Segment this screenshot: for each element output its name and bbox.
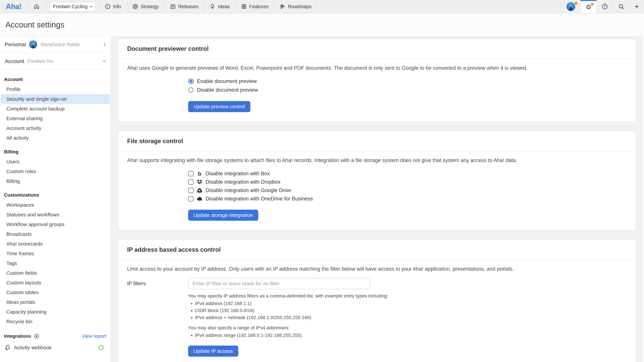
box-icon: b	[196, 171, 202, 177]
account-settings-row[interactable]: Account Fredwin Inc ›	[0, 53, 110, 70]
dropbox-icon	[196, 179, 202, 185]
sidebar-item-aha-scorecards[interactable]: Aha! scorecards	[1, 239, 110, 249]
card-description: Aha! uses Google to generate previews of…	[127, 64, 627, 71]
view-report-link[interactable]: View report	[82, 334, 106, 339]
sidebar-item-custom-roles[interactable]: Custom roles	[1, 167, 110, 176]
sidebar-item-billing[interactable]: Billing	[1, 176, 110, 186]
sidebar-item-users[interactable]: Users	[1, 157, 110, 167]
checkbox-label: Disable integration with OneDrive for Bu…	[206, 196, 313, 202]
card-header: IP address based access control	[118, 240, 636, 260]
workspace-pill[interactable]: Fredwin Cycling ▾	[49, 2, 96, 11]
help-button[interactable]: ?	[596, 0, 613, 13]
nav-item-label: Features	[249, 4, 268, 9]
disable-document-preview-option[interactable]: Disable document preview	[188, 86, 627, 94]
ip-range-list: IPv4 address range (192.168.0.1-192.168.…	[195, 332, 627, 339]
nav-item-roadmaps[interactable]: Roadmaps	[274, 0, 317, 13]
account-label: Account	[5, 58, 24, 64]
sidebar-item-tags[interactable]: Tags	[1, 258, 110, 268]
sidebar-section-customizations: Customizations	[0, 189, 110, 200]
disable-dropbox-checkbox-row[interactable]: Disable integration with Dropbox	[188, 178, 627, 186]
disable-onedrive-checkbox-row[interactable]: Disable integration with OneDrive for Bu…	[188, 195, 627, 203]
sidebar-item-statuses-workflows[interactable]: Statuses and workflows	[1, 210, 110, 220]
svg-text:?: ?	[604, 5, 606, 8]
file-storage-card: File storage control Aha! supports integ…	[118, 131, 636, 230]
sidebar-item-recycle-bin[interactable]: Recycle bin	[1, 317, 110, 327]
card-description: Aha! supports integrating with file stor…	[127, 157, 627, 164]
ip-helper-text-2: You may also specify a range of IPv4 add…	[188, 325, 627, 331]
radio-unselected-icon[interactable]	[188, 87, 194, 93]
google-drive-icon	[196, 187, 202, 193]
webhook-status-indicator	[98, 345, 104, 350]
nav-item-info[interactable]: Info	[99, 0, 127, 13]
features-icon	[241, 3, 247, 9]
sidebar-item-ideas-portals[interactable]: Ideas portals	[1, 297, 110, 307]
sidebar-item-custom-layouts[interactable]: Custom layouts	[1, 278, 110, 288]
notification-dot	[591, 3, 594, 6]
chevron-right-icon: ›	[104, 41, 106, 47]
checkbox[interactable]	[188, 188, 194, 193]
sidebar-item-capacity-planning[interactable]: Capacity planning	[1, 307, 110, 317]
sidebar-item-account-backup[interactable]: Complete account backup	[1, 104, 110, 114]
checkbox[interactable]	[188, 171, 194, 176]
option-label: Enable document preview	[197, 78, 257, 84]
home-button[interactable]	[28, 0, 46, 13]
ip-filters-input[interactable]	[188, 278, 370, 289]
nav-right-group: ⚙ ? +	[561, 0, 644, 13]
main-content: Document previewer control Aha! uses Goo…	[111, 36, 644, 362]
ip-example-item: IPv4 address range (192.168.0.1-192.168.…	[195, 332, 627, 339]
update-ip-access-button[interactable]: Update IP access	[188, 346, 238, 357]
personal-settings-row[interactable]: Personal MaryGrace Baldo ›	[0, 36, 110, 53]
gear-icon: ⚙	[586, 4, 591, 10]
home-icon	[34, 3, 40, 9]
webhook-icon	[5, 345, 11, 351]
ideas-icon	[210, 3, 216, 9]
search-button[interactable]	[613, 0, 629, 13]
user-menu[interactable]	[561, 0, 580, 13]
sidebar-item-profile[interactable]: Profile	[1, 84, 110, 94]
sidebar-item-time-frames[interactable]: Time frames	[1, 249, 110, 258]
nav-item-strategy[interactable]: Strategy	[127, 0, 164, 13]
nav-item-ideas[interactable]: Ideas	[204, 0, 236, 13]
update-preview-control-button[interactable]: Update preview control	[188, 101, 250, 112]
avatar	[566, 2, 575, 11]
sidebar-item-custom-fields[interactable]: Custom fields	[1, 268, 110, 278]
workspace-selector[interactable]: Fredwin Cycling ▾	[46, 0, 99, 13]
nav-item-features[interactable]: Features	[236, 0, 274, 13]
nav-item-releases[interactable]: Releases	[164, 0, 204, 13]
sidebar-item-workspaces[interactable]: Workspaces	[1, 200, 110, 210]
update-storage-integration-button[interactable]: Update storage integration	[188, 210, 258, 221]
activity-webhook-row[interactable]: Activity webhook	[0, 341, 110, 355]
notification-dot	[574, 2, 578, 5]
sidebar-item-all-activity[interactable]: All activity	[1, 133, 110, 143]
scrollbar[interactable]	[641, 36, 644, 362]
checkbox-label: Disable integration with Dropbox	[206, 179, 280, 185]
enable-document-preview-option[interactable]: Enable document preview	[188, 77, 627, 86]
settings-sidebar: Personal MaryGrace Baldo › Account Fredw…	[0, 36, 111, 362]
checkbox[interactable]	[188, 179, 194, 185]
card-header: Document previewer control	[118, 39, 636, 59]
sidebar-item-workflow-approval-groups[interactable]: Workflow approval groups	[1, 220, 110, 229]
checkbox-label: Disable integration with Box	[206, 171, 270, 177]
disable-box-checkbox-row[interactable]: b Disable integration with Box	[188, 169, 627, 178]
radio-selected-icon[interactable]	[188, 79, 194, 84]
settings-tab-active[interactable]: ⚙	[580, 0, 596, 13]
aha-logo[interactable]: Aha!	[0, 0, 28, 13]
card-body: Aha! supports integrating with file stor…	[118, 151, 636, 230]
sidebar-item-external-sharing[interactable]: External sharing	[1, 114, 110, 123]
checkbox-label: Disable integration with Google Drive	[206, 187, 291, 193]
create-button[interactable]: +	[629, 0, 644, 13]
disable-google-drive-checkbox-row[interactable]: Disable integration with Google Drive	[188, 186, 627, 195]
option-label: Disable document preview	[197, 87, 258, 93]
sidebar-item-account-activity[interactable]: Account activity	[1, 123, 110, 133]
sidebar-item-security-sso[interactable]: Security and single sign-on	[1, 94, 110, 104]
card-title: File storage control	[127, 138, 627, 145]
help-icon: ?	[602, 3, 608, 9]
sidebar-section-account: Account	[0, 74, 110, 84]
webhook-label: Activity webhook	[14, 345, 52, 351]
integrations-title: Integrations	[4, 334, 31, 339]
nav-item-label: Ideas	[218, 4, 230, 9]
sidebar-item-custom-tables[interactable]: Custom tables	[1, 288, 110, 297]
add-integration-icon[interactable]	[34, 333, 40, 339]
checkbox[interactable]	[188, 196, 194, 201]
sidebar-item-broadcasts[interactable]: Broadcasts	[1, 229, 110, 239]
